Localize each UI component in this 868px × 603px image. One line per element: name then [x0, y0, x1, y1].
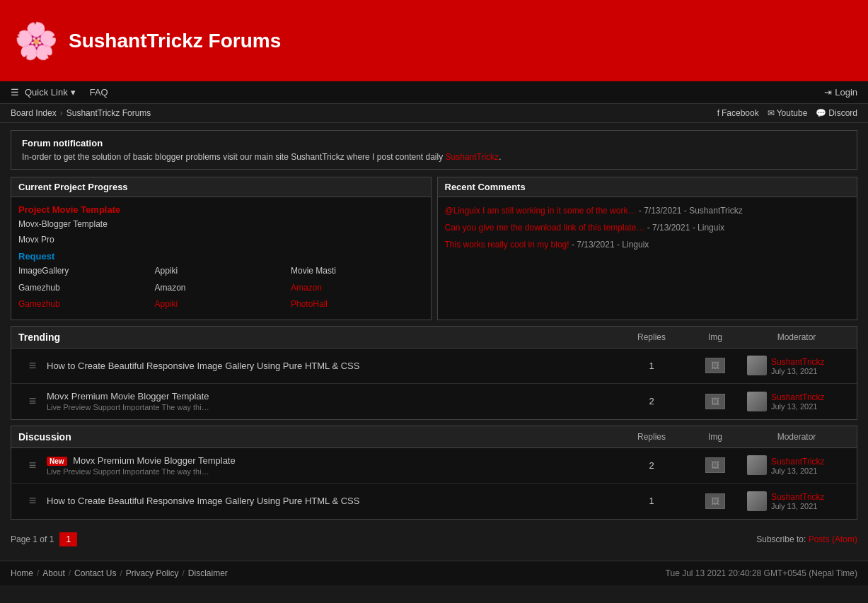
discussion-img-col: Img: [687, 432, 743, 442]
grid-r2c3-link[interactable]: Amazon: [291, 281, 424, 296]
grid-r3c3-link[interactable]: PhotoHall: [291, 297, 424, 312]
grid-r2c1: Gamezhub: [18, 281, 151, 296]
trending-topic-title-1[interactable]: How to Create Beautiful Responsive Image…: [47, 361, 359, 371]
breadcrumb-board-index[interactable]: Board Index: [11, 108, 57, 118]
navbar: ☰ Quick Link ▾ FAQ ⇥ Login: [0, 81, 868, 104]
forum-notification: Forum notification In-order to get the s…: [11, 130, 857, 170]
topic-icon-1: ≡: [18, 358, 47, 373]
img-icon-1: 🖼: [705, 358, 725, 373]
discussion-replies-1: 2: [616, 460, 687, 471]
discussion-mod-date-1: July 13, 2021: [771, 467, 825, 475]
discord-icon: 💬: [816, 108, 826, 118]
discord-link[interactable]: 💬 Discord: [816, 108, 857, 118]
discussion-mod-col: Moderator: [743, 432, 850, 442]
discussion-replies-col: Replies: [616, 432, 687, 442]
discussion-mod-avatar-1: [747, 455, 767, 475]
comments-box: Recent Comments @Linguix I am still work…: [437, 177, 858, 320]
discussion-topic-title-2[interactable]: How to Create Beautiful Responsive Image…: [47, 496, 359, 506]
project-item-2: Movx Pro: [18, 233, 424, 248]
pagination-bar: Page 1 of 1 1 Subscribe to: Posts (Atom): [0, 525, 868, 554]
faq-link[interactable]: FAQ: [90, 87, 108, 98]
footer-disclaimer-link[interactable]: Disclaimer: [188, 568, 228, 578]
discussion-img-1: 🖼: [687, 457, 743, 473]
login-icon: ⇥: [824, 87, 832, 98]
project-box: Current Project Progress Project Movie T…: [11, 177, 432, 320]
discussion-info-2: How to Create Beautiful Responsive Image…: [47, 496, 616, 506]
pagination-left: Page 1 of 1 1: [11, 532, 77, 546]
mod-name-2[interactable]: SushantTrickz: [771, 392, 825, 402]
topic-icon-2: ≡: [18, 394, 47, 409]
quick-link-label[interactable]: Quick Link: [25, 87, 68, 98]
discussion-replies-2: 1: [616, 496, 687, 506]
grid-r1c1: ImageGallery: [18, 264, 151, 279]
main-content: Current Project Progress Project Movie T…: [0, 177, 868, 520]
login-button[interactable]: ⇥ Login: [824, 87, 857, 98]
footer-home-link[interactable]: Home: [11, 568, 33, 578]
grid-r3c2-link[interactable]: Appiki: [155, 297, 288, 312]
trending-img-2: 🖼: [687, 394, 743, 409]
discussion-row-2: ≡ How to Create Beautiful Responsive Ima…: [11, 484, 857, 519]
grid-r2c2: Amazon: [155, 281, 288, 296]
footer-sep-4: /: [182, 568, 184, 578]
discussion-topic-title-1[interactable]: Movx Premium Movie Blogger Template: [73, 455, 236, 466]
project-grid: ImageGallery Appiki Movie Masti Gamezhub…: [18, 264, 424, 312]
discussion-row-1: ≡ New Movx Premium Movie Blogger Templat…: [11, 448, 857, 484]
footer-sep-1: /: [37, 568, 39, 578]
footer-links: Home / About / Contact Us / Privacy Poli…: [11, 568, 228, 578]
discussion-img-icon-1: 🖼: [705, 457, 725, 473]
discussion-icon-2: ≡: [18, 493, 47, 508]
trending-row-1: ≡ How to Create Beautiful Responsive Ima…: [11, 349, 857, 384]
discussion-mod-avatar-2: [747, 491, 767, 511]
project-box-header: Current Project Progress: [11, 177, 431, 197]
trending-section: Trending Replies Img Moderator ≡ How to …: [11, 326, 857, 420]
comment-link-2[interactable]: Can you give me the download link of thi…: [445, 223, 645, 233]
trending-img-col: Img: [687, 332, 743, 342]
facebook-link[interactable]: f Facebook: [717, 108, 759, 118]
discussion-mod-name-2[interactable]: SushantTrickz: [771, 492, 825, 502]
mod-avatar-1: [747, 356, 767, 375]
discussion-img-2: 🖼: [687, 493, 743, 509]
trending-title: Trending: [18, 332, 616, 343]
comment-meta-2: - 7/13/2021 - Linguix: [647, 223, 724, 233]
topic-info-2: Movx Premium Movie Blogger Template Live…: [47, 391, 616, 411]
notification-link[interactable]: SushantTrickz: [446, 152, 499, 162]
footer-sep-3: /: [120, 568, 122, 578]
mod-name-1[interactable]: SushantTrickz: [771, 357, 825, 367]
quick-link-menu[interactable]: ☰ Quick Link ▾: [11, 87, 76, 98]
posts-atom-link[interactable]: Posts (Atom): [809, 534, 857, 544]
facebook-icon: f: [717, 108, 719, 118]
page-header: 🌸 SushantTrickz Forums: [0, 0, 868, 81]
trending-topic-title-2[interactable]: Movx Premium Movie Blogger Template: [47, 391, 209, 402]
trending-mod-2: SushantTrickz July 13, 2021: [743, 392, 850, 411]
discussion-title-row-1: New Movx Premium Movie Blogger Template: [47, 455, 616, 466]
trending-img-1: 🖼: [687, 358, 743, 373]
trending-replies-col: Replies: [616, 332, 687, 342]
navbar-right: ⇥ Login: [824, 87, 857, 98]
grid-r1c3: Movie Masti: [291, 264, 424, 279]
discussion-mod-info-1: SushantTrickz July 13, 2021: [747, 455, 850, 475]
comment-meta-1: - 7/13/2021 - SushantTrickz: [639, 206, 743, 216]
topic-info-1: How to Create Beautiful Responsive Image…: [47, 361, 616, 371]
project-title-link[interactable]: Project Movie Template: [18, 204, 424, 215]
footer-contact-link[interactable]: Contact Us: [74, 568, 116, 578]
new-badge-1: New: [47, 457, 67, 466]
two-column-section: Current Project Progress Project Movie T…: [11, 177, 857, 320]
comment-item-1: @Linguix I am still working in it some o…: [445, 204, 850, 217]
mod-details-2: SushantTrickz July 13, 2021: [771, 392, 825, 411]
grid-r3c1-link[interactable]: Gamezhub: [18, 297, 151, 312]
pagination-label: Page 1 of 1: [11, 534, 54, 544]
mod-date-2: July 13, 2021: [771, 402, 825, 411]
pagination-right: Subscribe to: Posts (Atom): [756, 534, 857, 544]
discussion-mod-name-1[interactable]: SushantTrickz: [771, 457, 825, 467]
page-btn-1[interactable]: 1: [59, 532, 77, 546]
hamburger-icon: ☰: [11, 87, 19, 98]
breadcrumb-separator: ›: [60, 108, 63, 118]
youtube-link[interactable]: ✉ Youtube: [768, 108, 808, 118]
comment-link-3[interactable]: This works really cool in my blog!: [445, 240, 569, 250]
footer-privacy-link[interactable]: Privacy Policy: [126, 568, 179, 578]
discussion-mod-info-2: SushantTrickz July 13, 2021: [747, 491, 850, 511]
footer-about-link[interactable]: About: [42, 568, 64, 578]
comment-link-1[interactable]: @Linguix I am still working in it some o…: [445, 206, 637, 216]
footer-sep-2: /: [69, 568, 71, 578]
discussion-img-icon-2: 🖼: [705, 493, 725, 509]
